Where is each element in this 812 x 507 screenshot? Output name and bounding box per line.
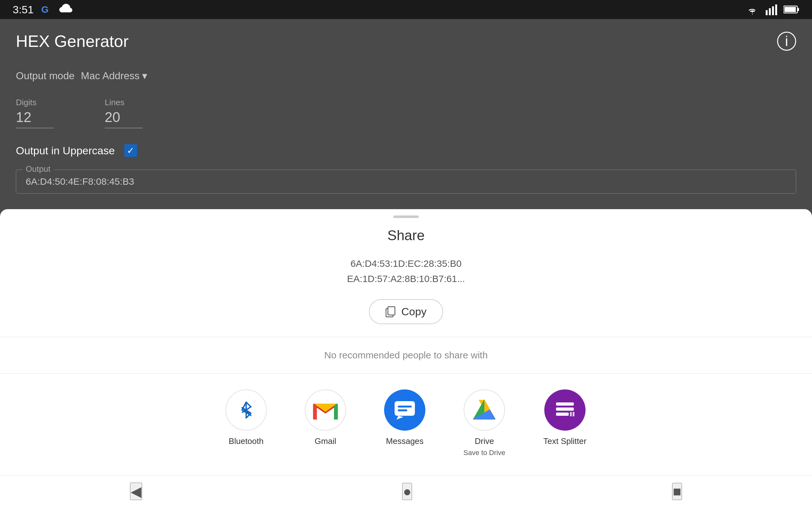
output-preview-text: 6A:D4:50:4E:F8:08:45:B3	[26, 176, 134, 187]
svg-rect-4	[775, 4, 777, 15]
uppercase-checkbox[interactable]: ✓	[124, 144, 137, 157]
recents-button[interactable]: ■	[672, 483, 682, 500]
svg-rect-1	[766, 10, 768, 15]
digits-value: 12	[16, 109, 54, 128]
bluetooth-icon	[235, 399, 257, 421]
signal-icon	[766, 4, 777, 15]
app-item-messages[interactable]: Messages	[384, 389, 425, 457]
svg-text:G: G	[41, 4, 49, 14]
status-left: 3:51 G	[13, 3, 73, 16]
app-item-gmail[interactable]: Gmail	[305, 389, 346, 457]
back-button[interactable]: ◀	[130, 483, 142, 500]
messages-label: Messages	[386, 436, 424, 446]
share-preview-line1: 6A:D4:53:1D:EC:28:35:B0	[0, 256, 812, 271]
nav-bar: ◀ ● ■	[0, 475, 812, 507]
bluetooth-label: Bluetooth	[229, 436, 264, 446]
info-button[interactable]: i	[777, 32, 796, 51]
status-right	[745, 4, 799, 15]
output-mode-row: Output mode Mac Address ▾	[16, 70, 796, 82]
svg-rect-2	[769, 8, 771, 15]
home-button[interactable]: ●	[402, 483, 412, 500]
g-icon: G	[40, 3, 53, 16]
uppercase-label: Output in Uppercase	[16, 145, 115, 157]
no-recommended-text: No recommended people to share with	[0, 350, 812, 360]
drive-icon	[470, 397, 499, 423]
digits-field[interactable]: Digits 12	[16, 98, 54, 128]
copy-icon	[386, 306, 397, 318]
svg-rect-13	[398, 406, 412, 407]
share-sheet: Share 6A:D4:53:1D:EC:28:35:B0 EA:1D:57:A…	[0, 209, 812, 507]
gmail-icon	[313, 400, 338, 419]
drive-label: Drive	[475, 436, 494, 446]
output-mode-label: Output mode	[16, 70, 74, 82]
app-content: HEX Generator i Output mode Mac Address …	[0, 19, 812, 228]
textsplitter-label: Text Splitter	[543, 436, 587, 446]
copy-button[interactable]: Copy	[369, 299, 443, 324]
svg-rect-6	[798, 8, 799, 11]
svg-rect-14	[398, 409, 407, 411]
svg-rect-3	[772, 6, 774, 15]
output-box-label: Output	[22, 164, 54, 174]
lines-field[interactable]: Lines 20	[105, 98, 143, 128]
svg-rect-12	[395, 401, 415, 416]
textsplitter-icon-circle	[544, 389, 586, 431]
share-title: Share	[0, 228, 812, 243]
share-preview-line2: EA:1D:57:A2:8B:10:B7:61...	[0, 271, 812, 286]
checkmark-icon: ✓	[127, 146, 134, 156]
lines-value: 20	[105, 109, 143, 128]
divider-2	[0, 373, 812, 374]
app-item-textsplitter[interactable]: Text Splitter	[543, 389, 587, 457]
svg-rect-23	[556, 412, 569, 416]
svg-rect-9	[388, 307, 395, 315]
status-bar: 3:51 G	[0, 0, 812, 19]
svg-rect-22	[556, 407, 574, 411]
uppercase-row: Output in Uppercase ✓	[16, 144, 796, 157]
copy-button-container: Copy	[0, 299, 812, 324]
digits-label: Digits	[16, 98, 54, 107]
dropdown-arrow-icon: ▾	[142, 70, 147, 82]
output-mode-dropdown[interactable]: Mac Address ▾	[81, 70, 147, 82]
app-item-drive[interactable]: Drive Save to Drive	[463, 389, 505, 457]
battery-icon	[783, 5, 799, 14]
drive-icon-circle	[464, 389, 505, 431]
svg-rect-21	[556, 402, 574, 406]
app-title: HEX Generator	[16, 32, 129, 51]
svg-rect-7	[784, 7, 796, 12]
textsplitter-icon	[552, 397, 577, 423]
app-toolbar: HEX Generator i	[16, 32, 796, 51]
messages-icon-circle	[384, 389, 425, 431]
lines-label: Lines	[105, 98, 143, 107]
status-time: 3:51	[13, 3, 34, 16]
drive-sublabel: Save to Drive	[463, 449, 505, 457]
messages-icon	[392, 397, 417, 423]
copy-label: Copy	[401, 305, 426, 318]
wifi-icon	[745, 4, 759, 15]
share-preview: 6A:D4:53:1D:EC:28:35:B0 EA:1D:57:A2:8B:1…	[0, 256, 812, 286]
apps-row: Bluetooth Gmail	[0, 389, 812, 457]
app-item-bluetooth[interactable]: Bluetooth	[225, 389, 267, 457]
bluetooth-icon-circle	[225, 389, 267, 431]
output-box: Output 6A:D4:50:4E:F8:08:45:B3	[16, 170, 796, 193]
gmail-label: Gmail	[315, 436, 336, 446]
cloud-icon	[59, 4, 73, 15]
gmail-icon-circle	[305, 389, 346, 431]
sheet-handle	[393, 216, 419, 218]
output-mode-value: Mac Address	[81, 70, 140, 82]
svg-rect-11	[334, 404, 338, 419]
svg-rect-10	[313, 404, 317, 419]
digits-lines-row: Digits 12 Lines 20	[16, 98, 796, 128]
